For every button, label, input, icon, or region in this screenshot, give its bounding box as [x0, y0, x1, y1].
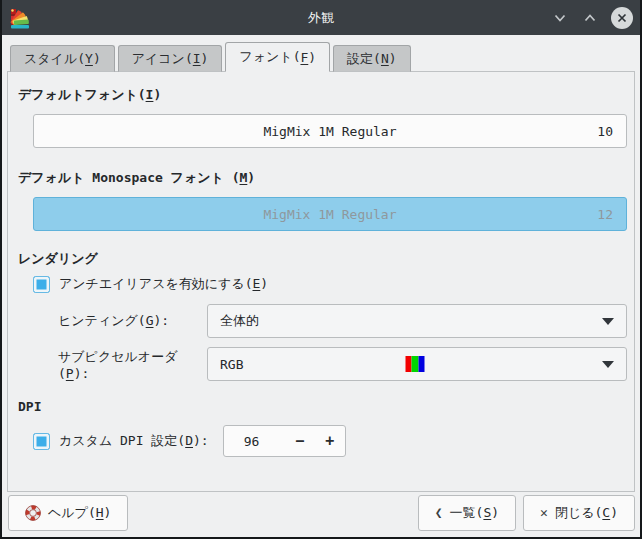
chevron-left-icon: ❮ [435, 505, 443, 520]
default-font-button[interactable]: MigMix 1M Regular 10 [33, 114, 627, 148]
chevron-down-icon [552, 10, 568, 26]
monospace-font-name: MigMix 1M Regular [34, 198, 626, 230]
close-button[interactable]: ✕ 閉じる(C) [523, 495, 635, 531]
hinting-value: 全体的 [220, 312, 259, 330]
dpi-value[interactable]: 96 [224, 434, 285, 449]
dpi-heading: DPI [18, 399, 627, 415]
overview-button[interactable]: ❮ 一覧(S) [418, 495, 516, 531]
rgb-subpixel-icon [406, 356, 425, 372]
subpixel-label: サブピクセルオーダ(P): [58, 348, 207, 381]
hinting-label: ヒンティング(G): [58, 312, 207, 330]
antialias-row: アンチエイリアスを有効にする(E) [33, 275, 627, 293]
custom-dpi-checkbox[interactable] [33, 433, 50, 450]
default-font-size: 10 [597, 115, 613, 147]
chevron-up-icon [582, 10, 598, 26]
appearance-window: 外観 スタイル(Y) アイコン(I) [0, 0, 642, 539]
lifebuoy-icon [25, 505, 41, 521]
window-title: 外観 [2, 9, 640, 27]
custom-dpi-row: カスタム DPI 設定(D): 96 − + [33, 425, 627, 457]
tab-settings[interactable]: 設定(N) [333, 45, 410, 72]
dpi-increment-button[interactable]: + [315, 432, 345, 450]
help-label: ヘルプ(H) [48, 504, 111, 522]
default-font-name: MigMix 1M Regular [34, 115, 626, 147]
hinting-row: ヒンティング(G): 全体的 [58, 304, 627, 338]
minimize-button[interactable] [551, 9, 568, 26]
default-font-label: デフォルトフォント(I) [18, 87, 627, 103]
tabbar: スタイル(Y) アイコン(I) フォント(F) 設定(N) [2, 42, 640, 72]
antialias-checkbox[interactable] [33, 276, 50, 293]
antialias-label: アンチエイリアスを有効にする(E) [59, 275, 268, 293]
dialog-button-box: ヘルプ(H) ❮ 一覧(S) ✕ 閉じる(C) [2, 492, 640, 537]
custom-dpi-label: カスタム DPI 設定(D): [59, 432, 209, 450]
tab-fonts[interactable]: フォント(F) [225, 42, 330, 72]
appearance-palette-icon [8, 5, 33, 30]
subpixel-value: RGB [220, 357, 243, 372]
fonts-panel: デフォルトフォント(I) MigMix 1M Regular 10 デフォルト … [7, 71, 635, 492]
window-close-button[interactable] [611, 7, 633, 29]
rendering-heading: レンダリング [18, 251, 627, 267]
dpi-spinbox: 96 − + [223, 425, 346, 457]
maximize-button[interactable] [581, 9, 598, 26]
dropdown-arrow-icon [602, 361, 614, 368]
close-icon [616, 12, 628, 24]
hinting-combobox[interactable]: 全体的 [207, 304, 627, 338]
titlebar[interactable]: 外観 [2, 0, 640, 35]
monospace-font-size: 12 [597, 198, 613, 230]
subpixel-row: サブピクセルオーダ(P): RGB [58, 347, 627, 381]
dpi-decrement-button[interactable]: − [285, 432, 315, 450]
help-button[interactable]: ヘルプ(H) [8, 495, 128, 531]
dropdown-arrow-icon [602, 318, 614, 325]
close-label: 閉じる(C) [555, 504, 618, 522]
tab-icons[interactable]: アイコン(I) [118, 45, 223, 72]
tab-style[interactable]: スタイル(Y) [10, 45, 115, 72]
subpixel-combobox[interactable]: RGB [207, 347, 627, 381]
monospace-font-button[interactable]: MigMix 1M Regular 12 [33, 197, 627, 231]
overview-label: 一覧(S) [450, 504, 499, 522]
monospace-font-label: デフォルト Monospace フォント (M) [18, 170, 627, 186]
x-icon: ✕ [540, 505, 548, 520]
